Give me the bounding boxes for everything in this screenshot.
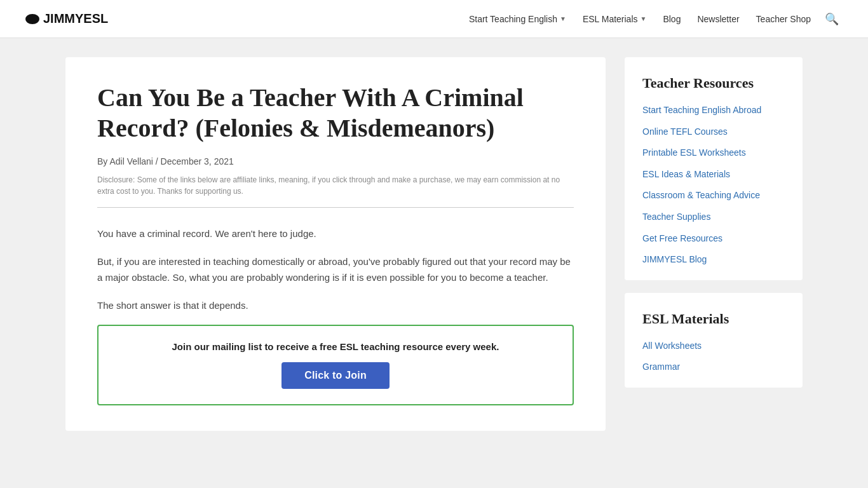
logo-bubble	[25, 14, 39, 24]
nav-start-teaching[interactable]: Start Teaching English ▼	[463, 10, 573, 28]
join-button[interactable]: Click to Join	[281, 362, 390, 389]
sidebar-link-grammar[interactable]: Grammar	[642, 361, 785, 374]
esl-materials-card: ESL Materials All Worksheets Grammar	[625, 293, 803, 388]
search-icon[interactable]: 🔍	[821, 8, 843, 30]
sidebar-link-start-teaching-abroad[interactable]: Start Teaching English Abroad	[642, 104, 785, 117]
article-card: Can You Be a Teacher With A Criminal Rec…	[65, 57, 606, 431]
article-divider	[97, 207, 574, 208]
sidebar-link-printable-worksheets[interactable]: Printable ESL Worksheets	[642, 147, 785, 159]
teacher-resources-title: Teacher Resources	[642, 75, 785, 92]
article-title: Can You Be a Teacher With A Criminal Rec…	[97, 83, 574, 144]
article-disclosure: Disclosure: Some of the links below are …	[97, 174, 574, 197]
sidebar-link-all-worksheets[interactable]: All Worksheets	[642, 340, 785, 353]
sidebar: Teacher Resources Start Teaching English…	[625, 57, 803, 388]
esl-materials-title: ESL Materials	[642, 311, 785, 327]
mailing-box-text: Join our mailing list to receive a free …	[111, 341, 560, 352]
sidebar-link-jimmyesl-blog[interactable]: JIMMYESL Blog	[642, 254, 785, 266]
mailing-box: Join our mailing list to receive a free …	[97, 325, 574, 405]
article-paragraph-2: But, if you are interested in teaching d…	[97, 254, 574, 286]
article-paragraph-3: The short answer is that it depends.	[97, 297, 574, 314]
nav-newsletter[interactable]: Newsletter	[691, 10, 745, 28]
chevron-down-icon: ▼	[641, 15, 647, 22]
site-header: JIMMYESL Start Teaching English ▼ ESL Ma…	[0, 0, 868, 38]
nav-blog[interactable]: Blog	[656, 10, 687, 28]
article-body: You have a criminal record. We aren't he…	[97, 226, 574, 313]
sidebar-link-get-free-resources[interactable]: Get Free Resources	[642, 233, 785, 245]
sidebar-link-esl-ideas[interactable]: ESL Ideas & Materials	[642, 168, 785, 181]
page-wrapper: Can You Be a Teacher With A Criminal Rec…	[53, 38, 815, 450]
sidebar-link-teacher-supplies[interactable]: Teacher Supplies	[642, 211, 785, 224]
main-nav: Start Teaching English ▼ ESL Materials ▼…	[463, 8, 843, 30]
nav-esl-materials[interactable]: ESL Materials ▼	[576, 10, 653, 28]
sidebar-link-online-tefl[interactable]: Online TEFL Courses	[642, 126, 785, 139]
chevron-down-icon: ▼	[560, 15, 566, 22]
sidebar-link-classroom-advice[interactable]: Classroom & Teaching Advice	[642, 189, 785, 202]
nav-teacher-shop[interactable]: Teacher Shop	[750, 10, 817, 28]
logo-text: JIMMYESL	[43, 11, 108, 26]
logo[interactable]: JIMMYESL	[25, 11, 108, 26]
article-meta: By Adil Vellani / December 3, 2021	[97, 156, 574, 166]
teacher-resources-card: Teacher Resources Start Teaching English…	[625, 57, 803, 280]
article-paragraph-1: You have a criminal record. We aren't he…	[97, 226, 574, 242]
